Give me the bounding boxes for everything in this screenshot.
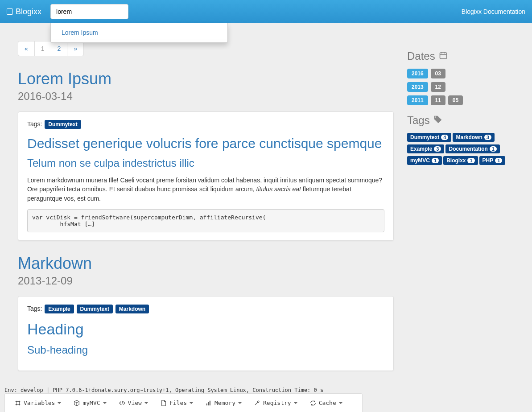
post-date: 2016-03-14 [18, 90, 394, 103]
tag-chip-name: Dummytext [410, 134, 439, 140]
tag-chip[interactable]: Markdown3 [453, 133, 494, 142]
date-year[interactable]: 2011 [407, 95, 428, 105]
tags-label: Tags: [27, 120, 42, 128]
post-title-link[interactable]: Markdown [18, 254, 92, 272]
svg-rect-0 [440, 53, 446, 58]
post-paragraph: Lorem markdownum munera Ille! Caeli voca… [27, 176, 384, 203]
tags-label: Tags: [27, 305, 42, 312]
status-line: Env: develop | PHP 7.0.6-1+donate.sury.o… [4, 387, 323, 393]
date-year[interactable]: 2016 [407, 69, 428, 78]
date-row: 2011 11 05 [407, 95, 514, 105]
post-title-link[interactable]: Lorem Ipsum [18, 70, 111, 88]
brand-icon [7, 8, 13, 15]
doc-link[interactable]: Blogixx Documentation [462, 8, 525, 15]
tag-badge[interactable]: Example [45, 305, 74, 313]
tag-chip[interactable]: PHP1 [479, 156, 506, 165]
main-content: « 1 2 » Lorem Ipsum 2016-03-14 Tags: Dum… [18, 32, 394, 384]
pagination-next[interactable]: » [67, 41, 84, 56]
brand-link[interactable]: Blogixx [7, 7, 41, 16]
brand-text: Blogixx [16, 7, 41, 16]
navbar: Blogixx Lorem Ipsum Blogixx Documentatio… [0, 0, 532, 23]
tag-chip-count: 1 [490, 146, 497, 152]
post-panel: Tags: Dummytext Dedisset generique voluc… [18, 111, 394, 241]
tag-chip[interactable]: myMVC1 [407, 156, 442, 165]
para-em: titulus sacris eat [256, 185, 301, 193]
date-month[interactable]: 11 [431, 95, 445, 105]
tag-chip-name: PHP [483, 157, 494, 164]
tag-chip-count: 4 [441, 135, 448, 140]
calendar-icon [439, 50, 448, 62]
tags-heading: Tags [407, 114, 514, 127]
post-heading: Heading [27, 320, 384, 338]
tag-badge[interactable]: Dummytext [45, 120, 81, 129]
post-date: 2013-12-09 [18, 275, 394, 287]
tag-chip-count: 1 [495, 158, 502, 163]
tag-chip-count: 3 [434, 146, 441, 152]
dates-heading: Dates [407, 50, 514, 62]
pagination-prev[interactable]: « [18, 41, 35, 56]
tag-chip-name: Blogixx [446, 157, 466, 164]
tag-chip-name: Example [410, 146, 432, 152]
tag-chip[interactable]: Documentation1 [445, 144, 499, 153]
tag-chip-count: 1 [467, 158, 474, 163]
date-row: 2013 12 [407, 82, 514, 92]
date-row: 2016 03 [407, 69, 514, 78]
pagination: « 1 2 » [18, 41, 84, 56]
tag-badge[interactable]: Dummytext [77, 305, 113, 313]
tag-badge[interactable]: Markdown [115, 305, 149, 313]
tags-title-text: Tags [407, 114, 430, 127]
date-month[interactable]: 03 [431, 69, 445, 78]
tags-list: Dummytext4Markdown3Example3Documentation… [407, 133, 514, 168]
autocomplete-item[interactable]: Lorem Ipsum [51, 25, 227, 40]
search-autocomplete: Lorem Ipsum [50, 23, 228, 43]
post-subheading: Telum non se culpa indestrictus illic [27, 157, 384, 169]
pagination-page-1: 1 [34, 41, 51, 56]
tag-chip-name: Documentation [449, 146, 487, 152]
tag-chip-count: 3 [484, 135, 491, 140]
date-month[interactable]: 05 [448, 95, 463, 105]
tags-icon [433, 114, 442, 127]
code-block: var vciDisk = friendSoftware(supercomput… [27, 209, 384, 232]
date-year[interactable]: 2013 [407, 82, 428, 92]
post-heading: Dedisset generique volucris fore parce c… [27, 136, 384, 152]
date-month[interactable]: 12 [431, 82, 445, 92]
tag-chip[interactable]: Blogixx1 [443, 156, 478, 165]
tag-chip-name: myMVC [410, 157, 430, 164]
tag-chip-name: Markdown [456, 134, 482, 140]
post-subheading: Sub-heading [27, 344, 384, 356]
search-wrap: Lorem Ipsum [50, 4, 128, 19]
pagination-page-2[interactable]: 2 [51, 41, 68, 56]
tag-chip-count: 1 [432, 158, 439, 163]
dates-title-text: Dates [407, 50, 435, 62]
sidebar: Dates 2016 03 2013 12 2011 11 05 Tags [407, 50, 514, 384]
search-input[interactable] [50, 4, 128, 19]
tag-chip[interactable]: Dummytext4 [407, 133, 451, 142]
tag-chip[interactable]: Example3 [407, 144, 444, 153]
post-panel: Tags: Example Dummytext Markdown Heading… [18, 296, 394, 371]
